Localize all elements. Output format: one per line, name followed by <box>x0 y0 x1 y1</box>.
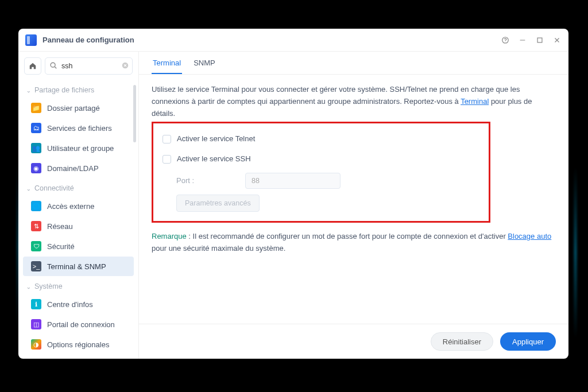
close-button[interactable] <box>552 36 562 45</box>
help-button[interactable] <box>501 36 510 45</box>
svg-rect-3 <box>537 38 542 42</box>
row-enable-ssh: Activer le service SSH <box>163 149 479 169</box>
home-icon <box>29 62 37 70</box>
advanced-settings-button: Paramètres avancés <box>176 195 260 212</box>
chevron-up-icon: ⌃ <box>26 87 31 94</box>
window-controls <box>501 36 562 45</box>
user-group-icon: 👥 <box>31 143 41 153</box>
sidebar-item-file-services[interactable]: 🗂Services de fichiers <box>23 118 134 138</box>
info-icon: ℹ <box>31 299 41 309</box>
reset-button[interactable]: Réinitialiser <box>431 332 493 351</box>
sidebar-item-security[interactable]: 🛡Sécurité <box>23 236 134 256</box>
label-enable-ssh: Activer le service SSH <box>177 153 251 165</box>
section-connectivity[interactable]: ⌃Connectivité <box>18 178 138 196</box>
row-port: Port : <box>163 169 479 192</box>
section-file-sharing[interactable]: ⌃Partage de fichiers <box>18 80 138 98</box>
tab-terminal[interactable]: Terminal <box>152 59 182 74</box>
window-title: Panneau de configuration <box>42 36 501 44</box>
domain-icon: ◉ <box>31 163 41 173</box>
port-label: Port : <box>176 175 239 187</box>
control-panel-window: Panneau de configuration ⌃Partage de fic <box>18 29 568 359</box>
search-icon <box>49 61 57 72</box>
minimize-button[interactable] <box>518 36 527 45</box>
terminal-help-link[interactable]: Terminal <box>461 97 489 106</box>
port-input <box>245 173 341 189</box>
network-icon: ⇅ <box>31 221 41 231</box>
sidebar-item-terminal-snmp[interactable]: >_Terminal & SNMP <box>23 257 134 276</box>
sidebar-item-network[interactable]: ⇅Réseau <box>23 216 134 236</box>
main-panel: Terminal SNMP Utilisez le service Termin… <box>139 52 568 359</box>
sidebar-item-login-portal[interactable]: ◫Portail de connexion <box>23 315 134 334</box>
chevron-up-icon: ⌃ <box>26 284 31 290</box>
globe-icon: 🌐 <box>31 201 41 211</box>
sidebar-item-user-group[interactable]: 👥Utilisateur et groupe <box>23 138 134 158</box>
label-enable-telnet: Activer le service Telnet <box>177 133 255 145</box>
regional-icon: ◑ <box>31 339 41 350</box>
svg-point-1 <box>505 41 505 42</box>
portal-icon: ◫ <box>31 319 41 329</box>
sidebar-item-shared-folder[interactable]: 📁Dossier partagé <box>23 98 134 118</box>
note-text: Remarque : Il est recommandé de configur… <box>152 231 556 255</box>
highlight-box: Activer le service Telnet Activer le ser… <box>152 122 490 223</box>
svg-point-6 <box>51 63 55 67</box>
chevron-up-icon: ⌃ <box>26 185 31 192</box>
app-icon <box>25 34 37 46</box>
intro-text: Utilisez le service Terminal pour vous c… <box>152 84 556 119</box>
checkbox-enable-telnet[interactable] <box>163 135 171 143</box>
sidebar-item-external-access[interactable]: 🌐Accès externe <box>23 196 134 216</box>
row-enable-telnet: Activer le service Telnet <box>163 129 479 149</box>
tabs: Terminal SNMP <box>139 52 568 75</box>
note-label: Remarque <box>152 232 187 240</box>
clear-search-icon[interactable] <box>121 61 129 72</box>
scrollbar-thumb[interactable] <box>133 85 136 142</box>
sidebar-item-info-center[interactable]: ℹCentre d'infos <box>23 294 134 314</box>
svg-line-7 <box>55 67 56 68</box>
sidebar: ⌃Partage de fichiers 📁Dossier partagé 🗂S… <box>18 52 139 359</box>
home-button[interactable] <box>24 57 41 75</box>
shield-icon: 🛡 <box>31 241 41 251</box>
title-bar: Panneau de configuration <box>18 29 568 52</box>
checkbox-enable-ssh[interactable] <box>163 155 171 164</box>
folder-icon: 📁 <box>31 103 41 113</box>
auto-block-link[interactable]: Blocage auto <box>508 232 551 240</box>
maximize-button[interactable] <box>535 36 544 45</box>
apply-button[interactable]: Appliquer <box>500 332 556 351</box>
tab-snmp[interactable]: SNMP <box>192 59 216 74</box>
sidebar-item-regional[interactable]: ◑Options régionales <box>23 335 134 354</box>
footer-bar: Réinitialiser Appliquer <box>139 324 568 359</box>
sidebar-item-domain-ldap[interactable]: ◉Domaine/LDAP <box>23 158 134 178</box>
terminal-icon: >_ <box>31 261 41 271</box>
section-system[interactable]: ⌃Système <box>18 277 138 294</box>
search-input[interactable] <box>45 57 133 75</box>
file-services-icon: 🗂 <box>31 123 41 133</box>
content-area: Utilisez le service Terminal pour vous c… <box>139 75 568 324</box>
